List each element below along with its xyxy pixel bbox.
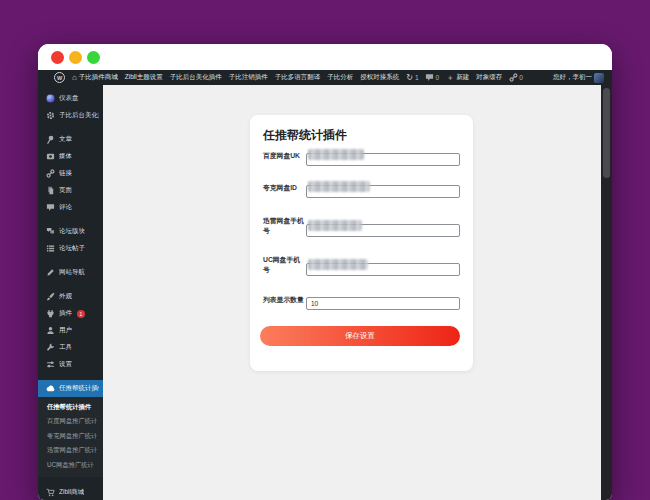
admin-bar-links[interactable]: 0: [509, 74, 523, 82]
field-label: UC网盘手机号: [263, 252, 306, 275]
admin-bar-account[interactable]: 您好，李初一: [553, 73, 604, 83]
submenu-item-baidu-stats[interactable]: 百度网盘推广统计: [38, 415, 103, 430]
admin-bar-object-cache[interactable]: 对象缓存: [476, 73, 502, 82]
sidebar-item-settings[interactable]: 设置: [38, 356, 103, 373]
sidebar-item-users[interactable]: 用户: [38, 322, 103, 339]
sidebar-item-forum-sections[interactable]: 论坛版块: [38, 223, 103, 240]
submenu-item-xunlei-stats[interactable]: 迅雷网盘推广统计: [38, 444, 103, 459]
submenu-item-quark-stats[interactable]: 夸克网盘推广统计: [38, 429, 103, 444]
redacted-value: [308, 181, 370, 192]
form-row: 百度网盘UK: [263, 148, 460, 166]
redacted-value: [308, 220, 362, 231]
admin-bar-beautify-plugin[interactable]: 子比后台美化插件: [170, 73, 222, 82]
scrollbar-thumb[interactable]: [603, 88, 610, 178]
sidebar-item-pages[interactable]: 页面: [38, 182, 103, 199]
plugin-update-badge: 1: [77, 310, 85, 318]
redacted-value: [308, 149, 364, 160]
sidebar-item-media[interactable]: 媒体: [38, 148, 103, 165]
sidebar-label: 子比后台美化插件: [59, 111, 99, 120]
field-label: 列表显示数量: [263, 292, 306, 305]
sidebar-item-forum-posts[interactable]: 论坛帖子: [38, 240, 103, 257]
wp-sidebar: 仪表盘 子比后台美化插件 文章 媒体 链接 页面: [38, 85, 103, 500]
user-avatar: [594, 73, 604, 83]
admin-bar-analysis-plugin[interactable]: 子比分析: [327, 73, 353, 82]
sidebar-item-posts[interactable]: 文章: [38, 131, 103, 148]
sidebar-label: 评论: [59, 203, 72, 212]
link-count: 0: [519, 74, 523, 81]
wp-admin-bar: W ⌂ 子比插件商城 Zibll主题设置 子比后台美化插件 子比注销插件 子比多…: [38, 70, 612, 85]
gear-icon: [45, 111, 55, 121]
admin-bar-theme-settings[interactable]: Zibll主题设置: [125, 73, 163, 82]
sidebar-item-appearance[interactable]: 外观: [38, 288, 103, 305]
form-row: 夸克网盘ID: [263, 180, 460, 198]
sidebar-label: 外观: [59, 292, 72, 301]
sidebar-item-dashboard[interactable]: 仪表盘: [38, 90, 103, 107]
admin-bar-logout-plugin[interactable]: 子比注销插件: [229, 73, 268, 82]
admin-content-area: 任推帮统计插件 百度网盘UK 夸克网盘ID 迅雷网盘: [103, 85, 601, 500]
sidebar-label: 页面: [59, 186, 72, 195]
submenu-item-uc-stats[interactable]: UC网盘推广统计: [38, 458, 103, 473]
sidebar-label: 插件: [59, 309, 72, 318]
desktop: { "window": { "background_color": "#6719…: [0, 0, 650, 500]
zoom-window-button[interactable]: [87, 51, 100, 64]
admin-main-area: 仪表盘 子比后台美化插件 文章 媒体 链接 页面: [38, 85, 612, 500]
field-label: 夸克网盘ID: [263, 180, 306, 193]
sidebar-label: 设置: [59, 360, 72, 369]
forum-icon: [45, 227, 55, 237]
sidebar-item-tools[interactable]: 工具: [38, 339, 103, 356]
pin-icon: [45, 135, 55, 145]
form-row: 列表显示数量: [263, 292, 460, 310]
admin-bar-site-menu[interactable]: ⌂ 子比插件商城: [72, 73, 118, 82]
rentuibang-submenu: 任推帮统计插件 百度网盘推广统计 夸克网盘推广统计 迅雷网盘推广统计 UC网盘推…: [38, 397, 103, 477]
sidebar-label: 论坛版块: [59, 227, 85, 236]
close-window-button[interactable]: [51, 51, 64, 64]
plugin-icon: [45, 309, 55, 319]
sidebar-item-rentuibang-plugin[interactable]: 任推帮统计插件: [38, 380, 103, 397]
pencil-icon: [45, 268, 55, 278]
comment-bubble-icon: [426, 74, 434, 82]
sidebar-label: 用户: [59, 326, 72, 335]
link-chain-icon: [509, 74, 517, 82]
admin-bar-auth-system[interactable]: 授权对接系统: [360, 73, 399, 82]
list-count-input[interactable]: [306, 297, 460, 310]
redacted-value: [308, 259, 368, 270]
admin-bar-new[interactable]: ＋ 新建: [446, 73, 469, 82]
submenu-item-plugin-settings[interactable]: 任推帮统计插件: [38, 400, 103, 415]
field-label: 迅雷网盘手机号: [263, 213, 306, 236]
home-icon: ⌂: [72, 74, 77, 82]
sidebar-label: Zibll商城: [59, 488, 84, 497]
minimize-window-button[interactable]: [69, 51, 82, 64]
dashboard-icon: [45, 94, 55, 104]
sidebar-item-zibll-shop[interactable]: Zibll商城: [38, 484, 103, 500]
admin-bar-translate-plugin[interactable]: 子比多语言翻译: [275, 73, 321, 82]
admin-bar-updates[interactable]: ↻ 1: [406, 74, 418, 82]
form-row: 迅雷网盘手机号: [263, 213, 460, 237]
link-icon: [45, 169, 55, 179]
admin-bar-comments[interactable]: 0: [426, 74, 440, 82]
sidebar-label: 媒体: [59, 152, 72, 161]
sidebar-item-comments[interactable]: 评论: [38, 199, 103, 216]
wrench-icon: [45, 343, 55, 353]
window-titlebar: [38, 44, 612, 70]
sidebar-item-site-nav[interactable]: 网站导航: [38, 264, 103, 281]
save-settings-button[interactable]: 保存设置: [260, 326, 460, 346]
field-label: 百度网盘UK: [263, 148, 306, 161]
sidebar-item-links[interactable]: 链接: [38, 165, 103, 182]
sidebar-item-plugins[interactable]: 插件 1: [38, 305, 103, 322]
browser-window: W ⌂ 子比插件商城 Zibll主题设置 子比后台美化插件 子比注销插件 子比多…: [38, 44, 612, 500]
wordpress-logo-icon[interactable]: W: [54, 72, 65, 83]
form-row: UC网盘手机号: [263, 252, 460, 276]
comment-count: 0: [436, 74, 440, 81]
page-scrollbar[interactable]: [601, 85, 612, 500]
update-icon: ↻: [406, 74, 413, 82]
sidebar-item-beautify-plugin[interactable]: 子比后台美化插件: [38, 107, 103, 124]
update-count: 1: [415, 74, 419, 81]
plus-icon: ＋: [446, 74, 454, 82]
new-label: 新建: [456, 73, 469, 82]
sidebar-label: 论坛帖子: [59, 244, 85, 253]
settings-card: 任推帮统计插件 百度网盘UK 夸克网盘ID 迅雷网盘: [250, 115, 473, 371]
brush-icon: [45, 292, 55, 302]
sidebar-label: 文章: [59, 135, 72, 144]
settings-icon: [45, 360, 55, 370]
posts-icon: [45, 244, 55, 254]
